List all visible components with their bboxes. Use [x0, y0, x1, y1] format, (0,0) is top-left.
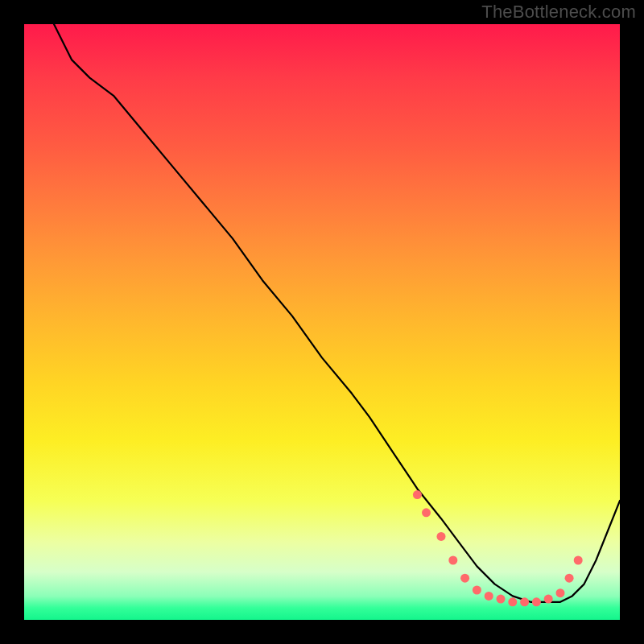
curve-svg: [24, 24, 620, 620]
valley-marker: [473, 586, 481, 595]
valley-marker: [497, 595, 506, 604]
valley-marker: [508, 597, 517, 606]
valley-marker: [520, 597, 529, 606]
valley-marker: [422, 508, 431, 517]
plot-area: [24, 24, 620, 620]
valley-marker: [485, 592, 493, 601]
valley-marker: [437, 532, 446, 541]
valley-marker: [413, 490, 422, 499]
valley-markers: [413, 490, 583, 606]
valley-marker: [565, 574, 574, 583]
valley-marker: [460, 574, 469, 583]
valley-marker: [574, 556, 583, 565]
valley-marker: [532, 597, 541, 606]
curve-path: [54, 24, 620, 602]
valley-marker: [556, 588, 565, 597]
curve-path-group: [54, 24, 620, 602]
valley-marker: [544, 595, 553, 604]
valley-marker: [448, 556, 457, 565]
watermark-text: TheBottleneck.com: [481, 2, 636, 23]
chart-frame: TheBottleneck.com: [0, 0, 644, 644]
